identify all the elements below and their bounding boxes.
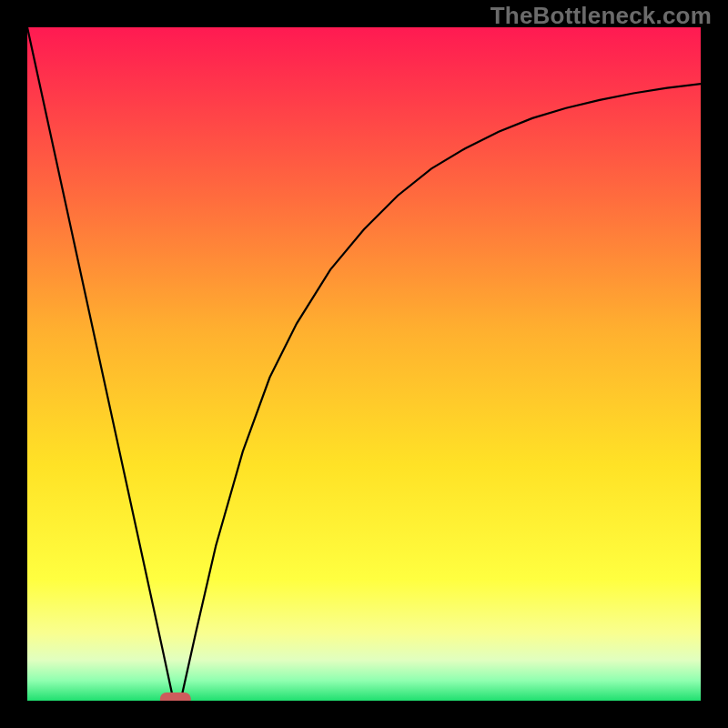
chart-svg bbox=[0, 0, 728, 728]
watermark-text: TheBottleneck.com bbox=[490, 2, 712, 30]
chart-container: TheBottleneck.com bbox=[0, 0, 728, 728]
plot-background bbox=[27, 27, 701, 701]
